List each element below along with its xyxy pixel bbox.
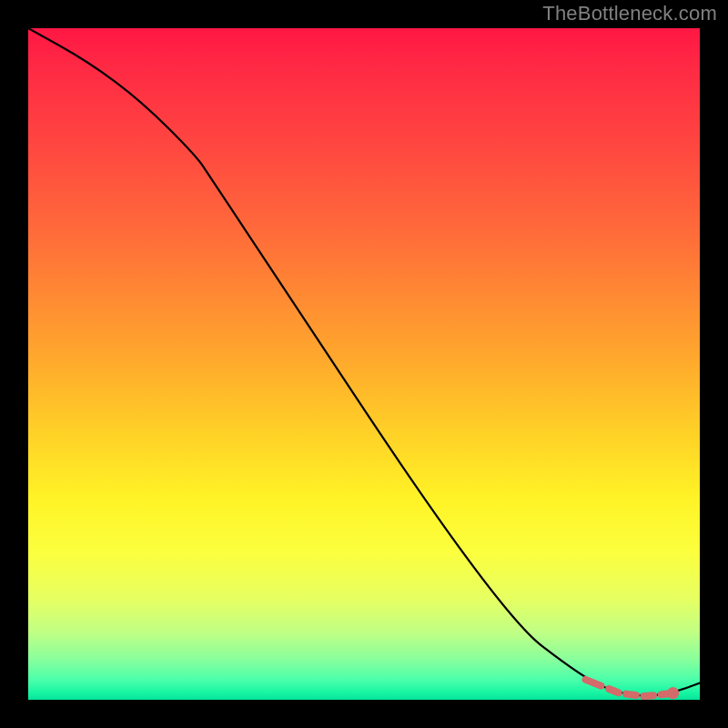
dash-segment xyxy=(626,694,636,695)
dash-segment xyxy=(643,695,653,696)
plot-area xyxy=(28,28,700,700)
bottleneck-curve xyxy=(28,28,700,695)
watermark-text: TheBottleneck.com xyxy=(542,2,717,25)
dash-segment xyxy=(609,689,619,693)
dash-segment xyxy=(586,680,602,686)
chart-frame: TheBottleneck.com xyxy=(0,0,728,728)
chart-svg xyxy=(28,28,700,700)
dash-group xyxy=(586,680,672,696)
marker-dot xyxy=(667,687,679,699)
